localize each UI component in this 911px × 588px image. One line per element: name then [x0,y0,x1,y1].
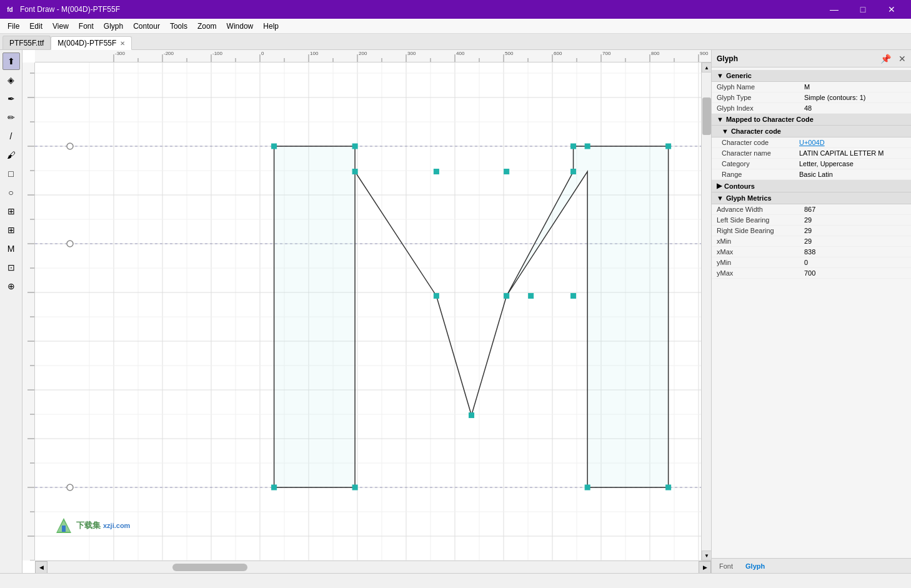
control-point[interactable] [571,144,576,149]
select-tool[interactable]: ⬆ [2,52,20,70]
ellipse-tool[interactable]: ○ [2,184,20,201]
brush-tool[interactable]: 🖌 [2,146,20,164]
bottom-tabs: FontGlyph [712,558,911,573]
h-scrollbar[interactable]: ◀ ▶ [35,561,711,573]
svg-text:-100: -100 [22,526,23,536]
node-tool[interactable]: ◈ [2,71,20,89]
rect-tool[interactable]: □ [2,165,20,182]
menu-glyph[interactable]: Glyph [99,19,128,34]
control-point[interactable] [352,169,357,174]
tab-close-icon[interactable]: ✕ [120,40,125,47]
measure-tool[interactable]: M [2,240,20,257]
tab-PTF55F-ttf[interactable]: PTF55F.ttf [2,36,51,49]
h-scroll-thumb[interactable] [172,564,247,571]
title-left: fd Font Draw - M(004D)-PTF55F [5,4,120,14]
svg-text:500: 500 [22,235,23,244]
section-glyph-metrics[interactable]: ▼ Glyph Metrics [712,192,911,204]
control-point[interactable] [585,485,590,490]
grid-tool[interactable]: ⊞ [2,221,20,239]
control-point[interactable] [504,169,509,174]
pencil-tool[interactable]: ✏ [2,109,20,126]
menu-tools[interactable]: Tools [165,19,192,34]
v-scrollbar[interactable]: ▲ ▼ [701,62,711,561]
close-panel-button[interactable]: ✕ [896,54,909,64]
tab-label: M(004D)-PTF55F [57,39,116,47]
prop-value[interactable]: U+004D [799,139,906,146]
menu-edit[interactable]: Edit [24,19,47,34]
menu-window[interactable]: Window [222,19,259,34]
prop-value: 700 [804,269,906,277]
control-point[interactable] [272,485,277,490]
bottom-tab-font[interactable]: Font [714,561,738,571]
control-point[interactable] [434,169,439,174]
prop-value: M [804,83,906,91]
prop-value: 867 [804,206,906,213]
prop-label: Glyph Name [717,83,804,91]
canvas-area[interactable]: 下载集 xzji.com [35,62,711,561]
menu-contour[interactable]: Contour [128,19,165,34]
prop-value: LATIN CAPITAL LETTER M [799,149,906,157]
section-arrow-icon: ▶ [717,182,722,190]
section-mapped-to-character-code[interactable]: ▼ Mapped to Character Code [712,114,911,126]
control-point[interactable] [469,413,474,418]
svg-text:-200: -200 [164,51,174,56]
crop-tool[interactable]: ⊡ [2,259,20,276]
control-point[interactable] [504,293,509,298]
section-generic[interactable]: ▼ Generic [712,70,911,82]
right-panel-header-buttons: 📌 ✕ [878,54,909,64]
menu-help[interactable]: Help [258,19,284,34]
tab-M-004D--PTF55F[interactable]: M(004D)-PTF55F✕ [51,36,132,50]
control-point[interactable] [434,293,439,298]
right-panel: Glyph 📌 ✕ ▼ GenericGlyph NameMGlyph Type… [711,50,911,573]
control-point[interactable] [585,144,590,149]
svg-text:700: 700 [22,137,23,146]
v-scroll-up-btn[interactable]: ▲ [702,62,711,72]
prop-value: 48 [804,104,906,112]
prop-label: Category [722,160,799,167]
svg-text:400: 400 [22,284,23,292]
pen-tool[interactable]: ✒ [2,90,20,107]
control-point[interactable] [352,485,357,490]
svg-text:600: 600 [554,51,562,56]
v-scroll-down-btn[interactable]: ▼ [702,551,711,561]
h-scroll-left-btn[interactable]: ◀ [35,561,47,574]
control-point[interactable] [272,144,277,149]
svg-text:-300: -300 [115,51,126,56]
line-tool[interactable]: / [2,127,20,145]
prop-label: yMin [717,259,804,266]
menu-font[interactable]: Font [74,19,99,34]
svg-text:0: 0 [261,51,264,56]
section-arrow-icon: ▼ [722,127,729,135]
canvas-container[interactable]: -300-200-1000100200300400500600700800900… [22,50,711,573]
menu-file[interactable]: File [2,19,24,34]
menu-view[interactable]: View [47,19,74,34]
zoom-in-tool[interactable]: ⊕ [2,277,20,295]
main-layout: ⬆◈✒✏/🖌□○⊞⊞M⊡⊕ -300-200-10001002003004005… [0,50,911,573]
transform-tool[interactable]: ⊞ [2,202,20,220]
control-point[interactable] [666,485,671,490]
prop-row: xMax838 [712,247,911,257]
section-character-code[interactable]: ▼ Character code [712,126,911,137]
control-point[interactable] [666,144,671,149]
control-point[interactable] [352,144,357,149]
menu-zoom[interactable]: Zoom [192,19,222,34]
control-point[interactable] [571,169,576,174]
maximize-button[interactable]: □ [849,0,877,19]
svg-text:900: 900 [700,51,709,56]
pin-button[interactable]: 📌 [878,54,894,64]
prop-label: Glyph Type [717,94,804,101]
prop-label: Character code [722,139,799,146]
prop-value: 0 [804,259,906,266]
v-scroll-thumb[interactable] [702,97,711,135]
glyph-canvas[interactable] [35,62,711,561]
section-contours[interactable]: ▶ Contours [712,180,911,192]
app-title: Font Draw - M(004D)-PTF55F [20,5,120,14]
prop-value: Letter, Uppercase [799,160,906,167]
control-point[interactable] [571,293,576,298]
h-scroll-right-btn[interactable]: ▶ [699,561,711,574]
control-point[interactable] [529,293,534,298]
close-button[interactable]: ✕ [877,0,906,19]
prop-row: Character codeU+004D [712,137,911,148]
bottom-tab-glyph[interactable]: Glyph [740,561,770,571]
minimize-button[interactable]: — [820,0,849,19]
